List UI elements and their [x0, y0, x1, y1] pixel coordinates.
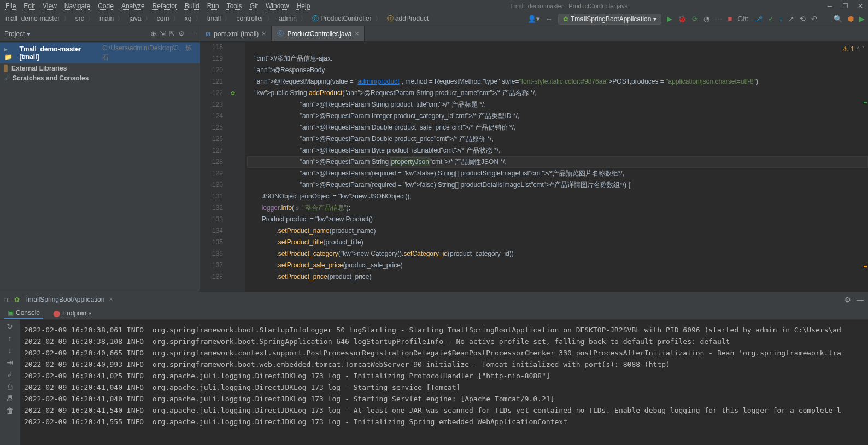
user-icon[interactable]: 👤▾	[527, 15, 540, 23]
tree-item[interactable]: ▸ 📁Tmall_demo-master [tmall] C:\Users\ad…	[0, 43, 200, 63]
collapse-icon[interactable]: ⇱	[169, 30, 175, 38]
breadcrumb-item[interactable]: controller 〉	[234, 13, 275, 25]
tree-item[interactable]: ☄Scratches and Consoles	[0, 73, 200, 83]
breadcrumb-item[interactable]: java 〉	[127, 13, 153, 25]
menu-tools[interactable]: Tools	[224, 1, 245, 11]
tool-hide-icon[interactable]: —	[857, 296, 864, 304]
menu-navigate[interactable]: Navigate	[61, 1, 93, 11]
clear-button[interactable]: 🗑	[0, 406, 20, 418]
code-line[interactable]: JSONObject jsonObject = "kw">new JSONObj…	[247, 191, 868, 202]
project-dropdown[interactable]: Project ▾	[4, 30, 30, 38]
breadcrumb-item[interactable]: admin 〉	[277, 13, 309, 25]
code-line[interactable]: "ann">@RequestParam(required = "kw">fals…	[247, 168, 868, 179]
menu-code[interactable]: Code	[95, 1, 117, 11]
code-line[interactable]: .setProduct_category("kw">new Category()…	[247, 248, 868, 260]
search-icon[interactable]: 🔍	[834, 15, 842, 23]
minimize-button[interactable]: ─	[824, 2, 835, 10]
step-down-button[interactable]: ↓	[0, 346, 20, 358]
editor-stripe[interactable]	[863, 42, 868, 292]
breadcrumb-item[interactable]: ⓜaddProduct	[385, 13, 431, 25]
close-icon[interactable]: ×	[262, 30, 266, 38]
step-up-button[interactable]: ↑	[0, 334, 20, 346]
tree-item[interactable]: ▋External Libraries	[0, 63, 200, 73]
breadcrumb-item[interactable]: xq 〉	[183, 13, 204, 25]
hide-icon[interactable]: —	[188, 30, 195, 38]
soft-wrap-button[interactable]: ↲	[0, 370, 20, 382]
run-button[interactable]: ▶	[667, 15, 672, 23]
tool-tab-endpoints[interactable]: ⬤ Endpoints	[50, 308, 95, 318]
code-line[interactable]: Product product = "kw">new Product()	[247, 214, 868, 225]
breadcrumb-item[interactable]: mall_demo-master 〉	[3, 13, 72, 25]
scroll-end-button[interactable]: ⎙	[0, 382, 20, 394]
main-menu: FileEditViewNavigateCodeAnalyzeRefactorB…	[2, 1, 313, 11]
git-push-icon[interactable]: ↗	[788, 15, 794, 23]
code-line[interactable]: .setProduct_name(product_name)	[247, 225, 868, 237]
attach-button[interactable]: ⋯	[715, 15, 722, 23]
code-line[interactable]: "ann">@RequestParam String product_title…	[247, 99, 868, 110]
ide-settings-icon[interactable]: ⬢	[848, 15, 854, 23]
git-commit-icon[interactable]: ✓	[768, 15, 774, 23]
coverage-button[interactable]: ⟳	[692, 15, 698, 23]
editor-tab[interactable]: mpom.xml (tmall)×	[200, 26, 272, 41]
git-pull-icon[interactable]: ↓	[779, 15, 783, 23]
breadcrumb-item[interactable]: src 〉	[73, 13, 96, 25]
git-history-icon[interactable]: ⟲	[800, 15, 806, 23]
expand-icon[interactable]: ⇲	[160, 30, 166, 38]
code-line[interactable]: .setProduct_sale_price(product_sale_pric…	[247, 260, 868, 271]
wrap-button[interactable]: ⇥	[0, 358, 20, 370]
menu-run[interactable]: Run	[204, 1, 222, 11]
tool-tab-console[interactable]: ▣ Console	[4, 308, 43, 319]
breadcrumb-item[interactable]: main 〉	[97, 13, 126, 25]
code-line[interactable]: "ann">@RequestParam String propertyJson"…	[247, 156, 868, 168]
code-line[interactable]: "ann">@RequestParam Integer product_cate…	[247, 110, 868, 122]
git-label: Git:	[737, 15, 748, 23]
code-line[interactable]: "ann">@RequestParam Byte product_isEnabl…	[247, 145, 868, 156]
gear-icon[interactable]: ⚙	[178, 30, 185, 38]
close-button[interactable]: ✕	[855, 2, 866, 10]
debug-button[interactable]: 🐞	[678, 15, 687, 23]
inspection-indicator[interactable]: ⚠ 1 ^ ˅	[842, 44, 865, 55]
code-line[interactable]: "cmt">//添加产品信息-ajax.	[247, 53, 868, 65]
menu-view[interactable]: View	[39, 1, 60, 11]
code-line[interactable]: logger.info( s: "整合产品信息");	[247, 202, 868, 214]
locate-icon[interactable]: ⊕	[150, 30, 156, 38]
close-icon[interactable]: ×	[355, 30, 359, 38]
chevron-down-icon: ▾	[653, 15, 656, 23]
rerun-button[interactable]: ↻	[0, 322, 20, 334]
print-button[interactable]: 🖶	[0, 394, 20, 406]
menu-file[interactable]: File	[2, 1, 19, 11]
stop-button[interactable]: ■	[728, 15, 732, 23]
menu-edit[interactable]: Edit	[20, 1, 38, 11]
code-line[interactable]: .setProduct_title(product_title)	[247, 237, 868, 248]
run-anything-icon[interactable]: ▶	[859, 15, 865, 23]
menu-analyze[interactable]: Analyze	[118, 1, 148, 11]
menu-help[interactable]: Help	[294, 1, 314, 11]
run-label: n:	[4, 296, 10, 303]
git-revert-icon[interactable]: ↶	[811, 15, 817, 23]
close-run-tab[interactable]: ×	[109, 296, 113, 303]
breadcrumb-item[interactable]: com 〉	[155, 13, 181, 25]
menu-refactor[interactable]: Refactor	[149, 1, 180, 11]
code-line[interactable]: "kw">public String addProduct("ann">@Req…	[247, 87, 868, 99]
git-branch-icon[interactable]: ⎇	[754, 15, 763, 23]
menu-git[interactable]: Git	[247, 1, 261, 11]
code-line[interactable]: "ann">@RequestParam(required = "kw">fals…	[247, 179, 868, 191]
editor-tab[interactable]: ⒸProductController.java×	[272, 26, 365, 41]
code-editor[interactable]: 1181191201211221231241251261271281291301…	[200, 42, 868, 292]
console-output[interactable]: 2022-02-09 16:20:38,061 INFO org.springf…	[20, 320, 868, 445]
code-line[interactable]	[247, 42, 868, 53]
code-line[interactable]: .setProduct_price(product_price)	[247, 271, 868, 283]
tool-settings-icon[interactable]: ⚙	[844, 296, 851, 304]
back-icon[interactable]: ←	[546, 15, 553, 23]
menu-build[interactable]: Build	[181, 1, 203, 11]
menu-window[interactable]: Window	[262, 1, 292, 11]
code-line[interactable]: "ann">@RequestMapping(value = "admin/pro…	[247, 76, 868, 87]
maximize-button[interactable]: ☐	[840, 2, 851, 10]
code-line[interactable]: "ann">@RequestParam Double product_sale_…	[247, 122, 868, 133]
profile-button[interactable]: ◔	[703, 15, 709, 23]
code-line[interactable]: "ann">@RequestParam Double product_price…	[247, 133, 868, 145]
breadcrumb-item[interactable]: tmall 〉	[205, 13, 233, 25]
code-line[interactable]: "ann">@ResponseBody	[247, 65, 868, 76]
run-configuration-selector[interactable]: ✿ TmallSpringBootApplication ▾	[558, 14, 661, 25]
breadcrumb-item[interactable]: ⒸProductController 〉	[310, 13, 384, 25]
